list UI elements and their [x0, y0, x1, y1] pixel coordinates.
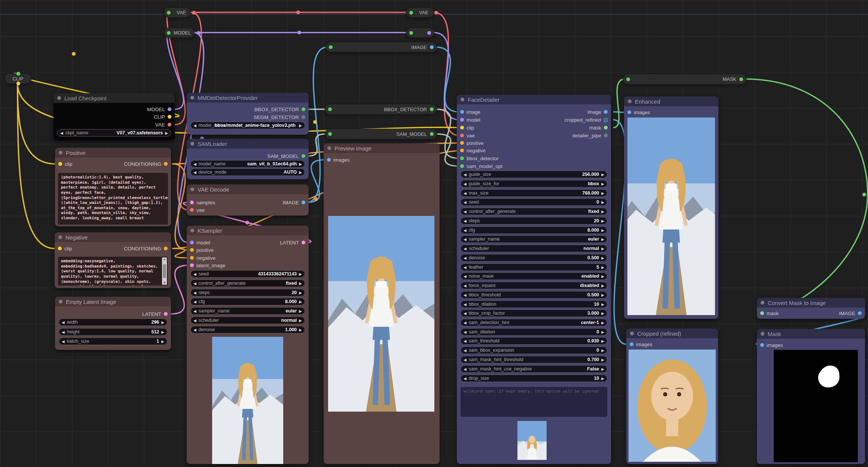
output-dot-clip[interactable]	[168, 115, 171, 119]
widget-right-arrow[interactable]: ▶	[601, 274, 604, 278]
link-dot[interactable]	[314, 197, 318, 201]
widget-right-arrow[interactable]: ▶	[601, 339, 604, 343]
reroute-input-dot[interactable]	[167, 11, 171, 15]
widget-right-arrow[interactable]: ▶	[601, 210, 604, 214]
output-dot-segm-detector[interactable]	[302, 115, 305, 119]
widget-left-arrow[interactable]: ◀	[464, 348, 467, 352]
output-dot-bbox-detector[interactable]	[302, 107, 305, 111]
reroute-output-dot[interactable]	[16, 82, 20, 85]
link-dot[interactable]	[245, 221, 249, 225]
widget-feather[interactable]: ◀feather5▶	[461, 263, 607, 271]
widget-right-arrow[interactable]: ▶	[601, 330, 604, 334]
widget-left-arrow[interactable]: ◀	[464, 182, 467, 186]
widget-right-arrow[interactable]: ▶	[601, 302, 604, 306]
reroute-input-dot[interactable]	[626, 77, 630, 81]
widget-right-arrow[interactable]: ▶	[299, 328, 302, 332]
output-dot-mask[interactable]	[604, 126, 608, 129]
widget-right-arrow[interactable]: ▶	[299, 318, 302, 323]
widget-left-arrow[interactable]: ◀	[193, 272, 196, 276]
widget-noise-mask[interactable]: ◀noise_maskenabled▶	[461, 272, 607, 280]
output-dot-conditioning[interactable]	[164, 162, 168, 166]
input-dot-images[interactable]	[760, 343, 764, 347]
widget-right-arrow[interactable]: ▶	[601, 191, 604, 195]
collapse-dot[interactable]	[190, 187, 194, 191]
reroute-vae-right[interactable]: VAE	[406, 7, 434, 18]
input-dot-positive[interactable]	[460, 141, 464, 145]
widget-left-arrow[interactable]: ◀	[193, 123, 196, 128]
widget-left-arrow[interactable]: ◀	[193, 309, 196, 313]
widget-right-arrow[interactable]: ▶	[601, 284, 604, 288]
widget-batch-size[interactable]: ◀batch_size1▶	[59, 338, 167, 345]
node-header[interactable]: Positive	[55, 148, 171, 158]
collapse-dot[interactable]	[327, 146, 331, 150]
input-dot-latent-image[interactable]	[190, 263, 194, 267]
widget-right-arrow[interactable]: ▶	[601, 256, 604, 260]
link-dot[interactable]	[296, 10, 300, 14]
widget-right-arrow[interactable]: ▶	[161, 339, 164, 344]
widget-left-arrow[interactable]: ◀	[464, 210, 467, 214]
negative-prompt-textarea[interactable]: embedding:easynegative, embedding:badhan…	[58, 257, 168, 286]
widget-left-arrow[interactable]: ◀	[464, 265, 467, 269]
widget-left-arrow[interactable]: ◀	[464, 339, 467, 343]
output-dot-image[interactable]	[604, 110, 608, 114]
node-header[interactable]: Load Checkpoint	[54, 93, 175, 103]
collapse-dot[interactable]	[761, 332, 764, 336]
widget-sam-mask-hint-threshold[interactable]: ◀sam_mask_hint_threshold0.700▶	[461, 356, 607, 363]
widget-right-arrow[interactable]: ▶	[601, 228, 604, 232]
collapse-dot[interactable]	[58, 235, 62, 239]
widget-right-arrow[interactable]: ▶	[601, 200, 604, 204]
widget-left-arrow[interactable]: ◀	[464, 311, 467, 315]
reroute-vae-left[interactable]: VAE	[163, 7, 191, 18]
wildcard-textarea[interactable]: wildcard spec: if kept empty, this optio…	[461, 387, 607, 417]
output-dot-conditioning[interactable]	[164, 247, 168, 250]
widget-denoise[interactable]: ◀denoise1.000▶	[190, 326, 305, 333]
widget-left-arrow[interactable]: ◀	[193, 281, 196, 286]
output-dot-latent[interactable]	[164, 312, 168, 316]
widget-right-arrow[interactable]: ▶	[601, 265, 604, 269]
reroute-output-dot[interactable]	[192, 11, 196, 15]
widget-denoise[interactable]: ◀denoise0.500▶	[461, 254, 607, 262]
reroute-output-dot[interactable]	[434, 11, 438, 15]
collapse-dot[interactable]	[57, 96, 61, 100]
input-dot-sam-model-opt[interactable]	[460, 164, 464, 168]
link-dot[interactable]	[297, 31, 301, 34]
widget-force-inpaint[interactable]: ◀force_inpaintdisabled▶	[461, 282, 607, 289]
node-header[interactable]: Empty Latent Image	[55, 297, 171, 306]
reroute-model-right[interactable]	[406, 28, 434, 38]
widget-left-arrow[interactable]: ◀	[464, 247, 467, 251]
reroute-input-dot[interactable]	[167, 31, 171, 35]
widget-bbox-threshold[interactable]: ◀bbox_threshold0.500▶	[461, 291, 607, 299]
output-dot-sam-model[interactable]	[302, 154, 305, 158]
widget-guide-size[interactable]: ◀guide_size256.000▶	[461, 171, 607, 178]
node-header[interactable]: Cropped (refined)	[626, 329, 718, 338]
widget-left-arrow[interactable]: ◀	[193, 291, 196, 295]
widget-seed[interactable]: ◀seed431433362471143▶	[190, 270, 305, 278]
widget-left-arrow[interactable]: ◀	[464, 219, 467, 223]
widget-scheduler[interactable]: ◀schedulernormal▶	[461, 245, 607, 252]
widget-left-arrow[interactable]: ◀	[464, 256, 467, 260]
widget-left-arrow[interactable]: ◀	[464, 173, 467, 177]
widget-right-arrow[interactable]: ▶	[601, 358, 604, 362]
widget-left-arrow[interactable]: ◀	[62, 339, 65, 344]
widget-left-arrow[interactable]: ◀	[464, 228, 467, 232]
widget-right-arrow[interactable]: ▶	[299, 170, 302, 174]
widget-device-mode[interactable]: ◀device_modeAUTO▶	[190, 168, 305, 176]
widget-right-arrow[interactable]: ▶	[601, 182, 604, 186]
widget-steps[interactable]: ◀steps20▶	[461, 217, 607, 225]
widget-cfg[interactable]: ◀cfg8.000▶	[190, 298, 305, 305]
scrollbar-thumb[interactable]	[163, 264, 166, 278]
widget-control-after-generate[interactable]: ◀control_after_generatefixed▶	[461, 208, 607, 215]
widget-height[interactable]: ◀height512▶	[59, 328, 167, 336]
widget-drop-size[interactable]: ◀drop_size10▶	[461, 375, 607, 382]
widget-left-arrow[interactable]: ◀	[464, 191, 467, 195]
output-dot-image[interactable]	[302, 201, 305, 204]
widget-right-arrow[interactable]: ▶	[601, 348, 604, 352]
widget-left-arrow[interactable]: ◀	[464, 367, 467, 371]
widget-left-arrow[interactable]: ◀	[464, 302, 467, 306]
widget-left-arrow[interactable]: ◀	[464, 321, 467, 325]
widget-right-arrow[interactable]: ▶	[601, 321, 604, 325]
collapse-dot[interactable]	[461, 98, 464, 101]
reroute-output-dot[interactable]	[430, 107, 434, 111]
output-dot-model[interactable]	[168, 107, 171, 111]
widget-right-arrow[interactable]: ▶	[161, 330, 164, 334]
